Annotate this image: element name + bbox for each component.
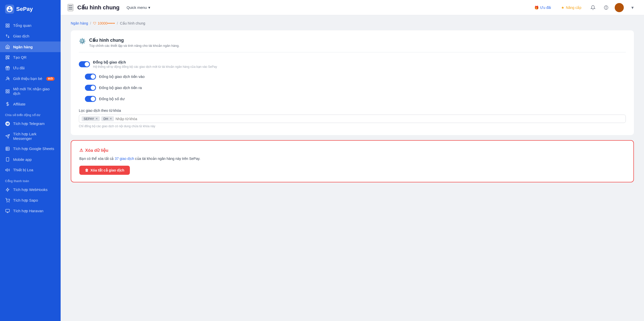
bell-icon xyxy=(590,5,595,10)
sync-main-label: Đồng bộ giao dịch xyxy=(93,60,217,65)
config-desc: Tùy chỉnh các thiết lập và tính năng cho… xyxy=(89,44,180,48)
sidebar-item-tao-qr[interactable]: Tạo QR xyxy=(0,52,61,63)
sidebar-navigation: Tổng quan Giao dịch Ngân hàng Tạo QR Ưu … xyxy=(0,18,61,321)
gift-icon xyxy=(5,66,10,71)
svg-rect-1 xyxy=(6,24,7,25)
gift2-icon: 🎁 xyxy=(534,6,539,10)
user-menu-button[interactable]: ▾ xyxy=(628,3,637,12)
quick-menu-label: Quick menu xyxy=(127,5,147,10)
breadcrumb-bank-link[interactable]: Ngân hàng xyxy=(71,21,88,25)
toggle-thumb xyxy=(91,74,95,79)
grid-icon xyxy=(5,23,10,28)
sidebar-item-sapo[interactable]: Tích hợp Sapo xyxy=(0,195,61,206)
warning-icon: ⚠ xyxy=(79,148,83,153)
contrast-icon xyxy=(604,5,608,10)
filter-tag-dh-remove[interactable]: ✕ xyxy=(110,117,112,120)
sidebar-item-uu-dai[interactable]: Ưu đãi xyxy=(0,63,61,73)
sidebar-item-gioi-thieu[interactable]: Giới thiệu bạn bè MỚI xyxy=(0,73,61,84)
sidebar-item-mobile[interactable]: Mobile app xyxy=(0,154,61,165)
lark-icon xyxy=(5,134,10,139)
sync-in-label: Đồng bộ giao dịch tiền vào xyxy=(99,74,145,79)
delete-desc-after: của tài khoản ngân hàng này trên SePay. xyxy=(135,157,200,161)
card-header-text: Cấu hình chung Tùy chỉnh các thiết lập v… xyxy=(89,37,180,48)
sidebar-item-sheets[interactable]: Tích hợp Google Sheets xyxy=(0,143,61,154)
sidebar-item-telegram[interactable]: Tích hợp Telegram xyxy=(0,118,61,129)
grid2-icon xyxy=(5,89,10,94)
nang-cap-button[interactable]: ★ Nâng cấp xyxy=(558,4,584,11)
sync-in-toggle[interactable] xyxy=(85,74,96,80)
breadcrumb-account-link[interactable]: 10000•••••• xyxy=(98,21,115,25)
breadcrumb-sep1: / xyxy=(90,21,91,25)
nang-cap-label: Nâng cấp xyxy=(566,6,581,10)
swap-icon xyxy=(5,34,10,39)
toggle-thumb xyxy=(91,85,95,90)
delete-card-desc: Bạn có thể xóa tất cả 37 giao dịch của t… xyxy=(79,157,625,161)
uu-dai-button[interactable]: 🎁 Ưu đãi xyxy=(531,4,554,11)
card-header: ⚙️ Cấu hình chung Tùy chỉnh các thiết lậ… xyxy=(79,37,626,52)
filter-tag-dh-text: DH xyxy=(103,117,108,121)
sidebar-item-haravan[interactable]: Tích hợp Haravan xyxy=(0,206,61,216)
sidebar-item-mo-moi[interactable]: Mở mới TK nhận giao dịch xyxy=(0,84,61,99)
sidebar-item-tong-quan[interactable]: Tổng quan xyxy=(0,20,61,31)
hamburger-button[interactable]: ☰ xyxy=(68,4,73,11)
sidebar-item-loa[interactable]: Thiết bị Loa xyxy=(0,165,61,175)
header: ☰ Cấu hình chung Quick menu ▾ 🎁 Ưu đãi ★… xyxy=(61,0,644,15)
bank-icon xyxy=(5,44,10,49)
delete-desc-before: Bạn có thể xóa tất cả xyxy=(79,157,115,161)
svg-rect-26 xyxy=(6,209,10,212)
sync-out-toggle[interactable] xyxy=(85,85,96,91)
breadcrumb-account: 🛡 10000•••••• xyxy=(93,21,115,25)
mobile-icon xyxy=(5,157,10,162)
delete-count-link[interactable]: 37 giao dịch xyxy=(115,157,134,161)
sidebar-item-label: Thiết bị Loa xyxy=(13,168,33,172)
filter-tag-dh: DH ✕ xyxy=(101,116,114,121)
svg-rect-12 xyxy=(6,90,7,91)
sidebar-item-label: Tạo QR xyxy=(13,55,27,60)
sidebar-item-label: Ngân hàng xyxy=(13,45,33,49)
sidebar-item-label: Tích hợp Sapo xyxy=(13,198,38,203)
haravan-icon xyxy=(5,208,10,213)
delete-card-title: ⚠ Xóa dữ liệu xyxy=(79,148,625,153)
delete-btn-label: Xóa tất cả giao dịch xyxy=(90,168,124,172)
sync-main-toggle[interactable] xyxy=(79,61,90,67)
sidebar-item-ngan-hang[interactable]: Ngân hàng xyxy=(0,41,61,52)
sidebar-item-affiliate[interactable]: Affiliate xyxy=(0,99,61,109)
sepay-logo-icon xyxy=(5,5,14,14)
svg-rect-5 xyxy=(6,56,7,57)
toggle-thumb xyxy=(91,97,95,101)
sidebar-item-label: Tích hợp WebHooks xyxy=(13,187,47,192)
svg-rect-15 xyxy=(8,92,9,93)
star-icon: ★ xyxy=(561,6,564,10)
quick-menu-button[interactable]: Quick menu ▾ xyxy=(124,4,153,11)
uu-dai-label: Ưu đãi xyxy=(540,6,551,10)
notification-button[interactable] xyxy=(588,3,598,12)
chevron-down-icon: ▾ xyxy=(631,5,634,10)
content-area: Ngân hàng / 🛡 10000•••••• / Cấu hình chu… xyxy=(61,15,644,321)
sync-main-row: Đồng bộ giao dịch Hệ thống sẽ tự động đồ… xyxy=(79,57,626,71)
sidebar-item-webhooks[interactable]: Tích hợp WebHooks xyxy=(0,184,61,195)
svg-point-25 xyxy=(9,202,9,202)
filter-keyword-input[interactable] xyxy=(115,117,623,121)
sidebar-item-giao-dich[interactable]: Giao dịch xyxy=(0,31,61,41)
svg-rect-13 xyxy=(8,90,9,91)
sync-in-row: Đồng bộ giao dịch tiền vào xyxy=(85,71,626,82)
trash-icon: 🗑 xyxy=(85,168,88,172)
sidebar-item-label: Tích hợp Google Sheets xyxy=(13,146,54,151)
delete-data-card: ⚠ Xóa dữ liệu Bạn có thể xóa tất cả 37 g… xyxy=(71,140,634,182)
avatar[interactable] xyxy=(615,3,624,12)
sidebar-item-label: Giới thiệu bạn bè xyxy=(13,76,42,81)
sync-balance-label: Đồng bộ số dư xyxy=(99,97,125,101)
sidebar: SePay Tổng quan Giao dịch Ngân hàng T xyxy=(0,0,61,321)
sidebar-item-label: Mở mới TK nhận giao dịch xyxy=(13,87,56,96)
svg-rect-7 xyxy=(6,58,7,59)
delete-title-text: Xóa dữ liệu xyxy=(85,148,108,153)
delete-all-button[interactable]: 🗑 Xóa tất cả giao dịch xyxy=(79,166,130,175)
filter-tag-sepay-remove[interactable]: ✕ xyxy=(96,117,98,120)
sidebar-section-share: Chia sẻ biến động số dư xyxy=(0,109,61,118)
sidebar-item-label: Giao dịch xyxy=(13,34,29,38)
sync-out-row: Đồng bộ giao dịch tiền ra xyxy=(85,82,626,93)
sidebar-item-label: Tích hợp Lark Messenger xyxy=(13,132,56,141)
sync-balance-toggle[interactable] xyxy=(85,96,96,102)
sidebar-item-lark[interactable]: Tích hợp Lark Messenger xyxy=(0,129,61,143)
theme-toggle-button[interactable] xyxy=(602,3,611,12)
